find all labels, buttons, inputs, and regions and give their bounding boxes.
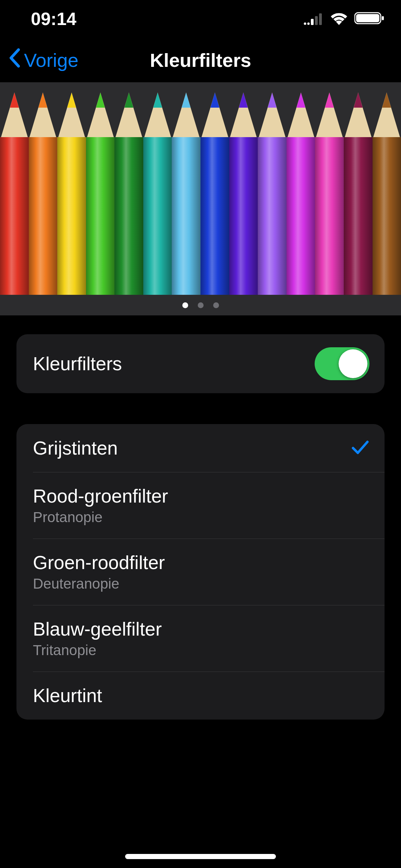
pencil	[344, 82, 373, 295]
status-bar: 09:14	[0, 0, 401, 38]
toggle-group: Kleurfilters	[16, 334, 385, 393]
option-subtitle: Deuteranopie	[33, 576, 165, 592]
filter-option-row[interactable]: Blauw-geelfilterTritanopie	[16, 605, 385, 672]
option-title: Blauw-geelfilter	[33, 618, 162, 640]
option-title: Kleurtint	[33, 685, 102, 707]
filter-preview[interactable]	[0, 82, 401, 315]
filter-option-row[interactable]: Grijstinten	[16, 424, 385, 472]
battery-icon	[354, 9, 385, 29]
svg-rect-2	[311, 19, 314, 25]
option-labels: Kleurtint	[33, 685, 102, 707]
pencil	[315, 82, 344, 295]
option-labels: Grijstinten	[33, 437, 118, 459]
option-title: Rood-groenfilter	[33, 485, 168, 507]
page-title: Kleurfilters	[150, 49, 251, 71]
option-labels: Rood-groenfilterProtanopie	[33, 485, 168, 526]
page-dot[interactable]	[198, 302, 204, 308]
svg-rect-4	[319, 13, 322, 25]
pencil	[143, 82, 172, 295]
option-title: Groen-roodfilter	[33, 552, 165, 574]
svg-rect-6	[356, 14, 379, 22]
filter-option-row[interactable]: Groen-roodfilterDeuteranopie	[16, 539, 385, 605]
toggle-knob	[339, 349, 367, 378]
pencil	[200, 82, 229, 295]
page-dot[interactable]	[213, 302, 219, 308]
checkmark-icon	[351, 439, 369, 457]
option-title: Grijstinten	[33, 437, 118, 459]
pencil	[172, 82, 200, 295]
option-subtitle: Protanopie	[33, 509, 168, 526]
svg-point-0	[304, 23, 306, 25]
status-time: 09:14	[31, 9, 76, 29]
pencil	[29, 82, 58, 295]
cellular-icon	[304, 9, 324, 29]
color-filters-toggle-row[interactable]: Kleurfilters	[16, 334, 385, 393]
nav-bar: Vorige Kleurfilters	[0, 38, 401, 82]
pencil	[57, 82, 86, 295]
pencil	[258, 82, 287, 295]
svg-point-1	[307, 23, 310, 25]
pencil	[114, 82, 143, 295]
pencil	[373, 82, 401, 295]
pencils-row	[0, 82, 401, 295]
wifi-icon	[330, 9, 348, 29]
svg-rect-3	[315, 16, 318, 25]
pencil	[0, 82, 29, 295]
color-filters-toggle[interactable]	[315, 347, 369, 380]
pencil	[86, 82, 115, 295]
back-label: Vorige	[24, 49, 78, 71]
filter-options-group: GrijstintenRood-groenfilterProtanopieGro…	[16, 424, 385, 720]
filter-option-row[interactable]: Rood-groenfilterProtanopie	[16, 472, 385, 539]
svg-rect-7	[382, 16, 384, 20]
back-button[interactable]: Vorige	[8, 48, 78, 72]
option-labels: Groen-roodfilterDeuteranopie	[33, 552, 165, 592]
page-dots[interactable]	[0, 295, 401, 315]
filter-option-row[interactable]: Kleurtint	[16, 672, 385, 720]
toggle-label: Kleurfilters	[33, 353, 122, 375]
status-indicators	[304, 9, 385, 29]
option-labels: Blauw-geelfilterTritanopie	[33, 618, 162, 659]
page-dot[interactable]	[182, 302, 188, 308]
pencil	[229, 82, 258, 295]
pencil	[287, 82, 315, 295]
home-indicator[interactable]	[125, 854, 276, 859]
chevron-left-icon	[8, 48, 21, 72]
option-subtitle: Tritanopie	[33, 642, 162, 659]
